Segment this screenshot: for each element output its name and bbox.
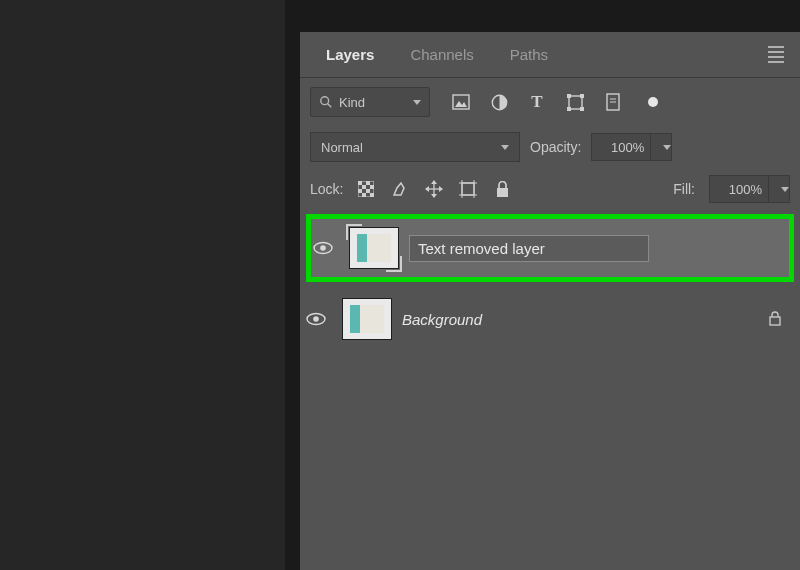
layer-row-selected[interactable]: Text removed layer [306,214,794,282]
filter-adjustment-icon[interactable] [490,93,508,111]
svg-rect-28 [462,183,474,195]
fill-label: Fill: [673,181,695,197]
svg-marker-25 [431,194,437,198]
opacity-chevron[interactable] [650,133,672,161]
filter-type-icon[interactable]: T [528,93,546,111]
svg-point-0 [321,97,329,105]
lock-row: Lock: Fill: 100% [300,168,800,210]
svg-rect-21 [370,193,374,197]
svg-marker-3 [455,101,467,107]
opacity-value[interactable]: 100% [591,133,651,161]
filter-kind-dropdown[interactable]: Kind [310,87,430,117]
svg-rect-20 [362,193,366,197]
blend-mode-dropdown[interactable]: Normal [310,132,520,162]
filter-row: Kind T [300,78,800,126]
lock-all-icon[interactable] [493,180,511,198]
fill-chevron[interactable] [768,175,790,203]
svg-rect-33 [497,188,508,197]
tab-channels[interactable]: Channels [392,32,491,77]
layer-row[interactable]: Background [300,290,800,348]
panel-tabs: Layers Channels Paths [300,32,800,78]
svg-marker-24 [431,180,437,184]
svg-rect-18 [358,189,362,193]
svg-marker-27 [439,186,443,192]
svg-rect-38 [770,317,780,325]
lock-position-icon[interactable] [425,180,443,198]
panel-menu-icon[interactable] [768,46,784,63]
filter-type-icons: T [452,93,658,111]
filter-smartobject-icon[interactable] [604,93,622,111]
chevron-down-icon [413,100,421,105]
svg-rect-7 [580,94,584,98]
lock-image-icon[interactable] [391,180,409,198]
visibility-toggle[interactable] [306,312,332,326]
svg-rect-16 [362,185,366,189]
svg-marker-26 [425,186,429,192]
tab-layers[interactable]: Layers [308,32,392,77]
chevron-down-icon [501,145,509,150]
svg-rect-17 [370,185,374,189]
filter-shape-icon[interactable] [566,93,584,111]
filter-kind-label: Kind [339,95,365,110]
lock-transparency-icon[interactable] [357,180,375,198]
svg-rect-19 [366,189,370,193]
layers-panel: Layers Channels Paths Kind T [300,32,800,570]
svg-point-35 [320,245,326,251]
layer-thumbnail[interactable] [349,227,399,269]
layers-list: Text removed layer Background [300,210,800,348]
tab-paths[interactable]: Paths [492,32,566,77]
filter-pixel-icon[interactable] [452,93,470,111]
svg-point-37 [313,316,319,322]
svg-rect-15 [366,181,370,185]
fill-value[interactable]: 100% [709,175,769,203]
layer-lock-icon[interactable] [768,311,782,327]
search-icon [319,95,333,109]
svg-rect-9 [580,107,584,111]
blend-mode-value: Normal [321,140,363,155]
svg-rect-8 [567,107,571,111]
canvas-area[interactable] [0,0,285,570]
lock-artboard-icon[interactable] [459,180,477,198]
svg-rect-14 [358,181,362,185]
filter-toggle-icon[interactable] [648,97,658,107]
svg-line-1 [328,104,332,108]
opacity-label: Opacity: [530,139,581,155]
svg-rect-6 [567,94,571,98]
blend-row: Normal Opacity: 100% [300,126,800,168]
layer-thumbnail[interactable] [342,298,392,340]
layer-name[interactable]: Background [402,311,482,328]
layer-name-input[interactable]: Text removed layer [409,235,649,262]
visibility-toggle[interactable] [313,241,339,255]
lock-label: Lock: [310,181,343,197]
